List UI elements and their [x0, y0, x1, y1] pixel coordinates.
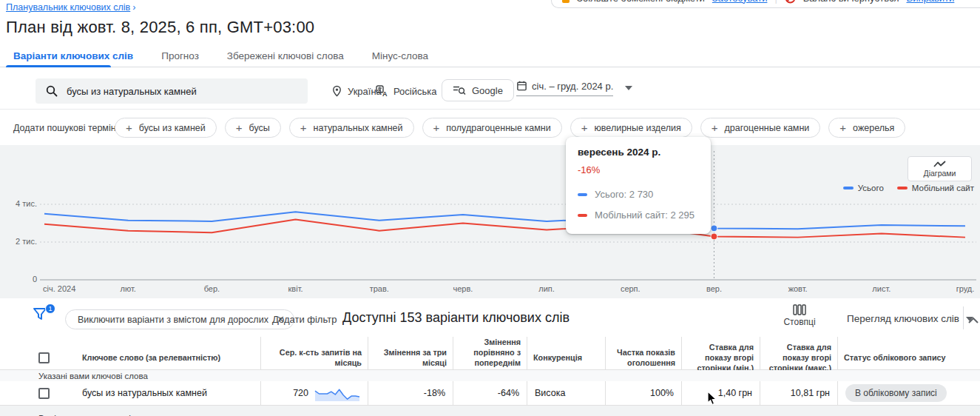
plus-icon: +: [236, 122, 243, 133]
keyword-chip[interactable]: +полудрагоценные камни: [422, 118, 562, 138]
x-axis-label: трав.: [370, 284, 389, 293]
table-header-row: Ключове слово (за релевантністю) Сер. к-…: [0, 337, 980, 370]
ad-share-cell: 100%: [605, 381, 681, 405]
collapse-button[interactable]: [968, 313, 979, 326]
active-tab-underline: [6, 65, 111, 67]
date-range-selector[interactable]: січ. – груд. 2024 р.: [516, 80, 632, 96]
tab-saved-keywords[interactable]: Збережені ключові слова: [220, 50, 351, 61]
tab-negative-keywords[interactable]: Мінус-слова: [365, 50, 436, 61]
date-range-value: січ. – груд. 2024 р.: [532, 81, 613, 92]
competition-cell: Висока: [527, 381, 605, 405]
filter-funnel[interactable]: 1: [33, 307, 50, 325]
adult-filter-chip[interactable]: Виключити варіанти з вмістом для доросли…: [65, 309, 294, 329]
table-section-row: Указані вами ключові слова: [0, 370, 980, 381]
tooltip-swatch: [578, 193, 587, 196]
keyword-chip-label: драгоценные камни: [725, 123, 810, 133]
breadcrumb-arrow: ›: [132, 2, 135, 13]
x-axis-label: груд.: [956, 284, 975, 293]
legend-item[interactable]: Мобільний сайт: [897, 184, 974, 192]
notification-text: Збільште обмежені бюджети: [577, 0, 705, 4]
tab-bar: Варіанти ключових слів Прогноз Збережені…: [6, 44, 449, 67]
keyword-chip[interactable]: +натуральных камней: [289, 118, 414, 138]
chevron-up-icon: [968, 318, 979, 323]
apply-link[interactable]: Застосувати: [712, 0, 768, 4]
keyword-planner-screen: Збільште обмежені бюджети Застосувати | …: [0, 0, 980, 416]
y-axis-label: 4 тис.: [4, 199, 37, 208]
adult-filter-label: Виключити варіанти з вмістом для доросли…: [78, 315, 268, 325]
line-chart-icon: [933, 161, 946, 168]
columns-label: Стовпці: [783, 317, 815, 327]
toolbar-divider: [963, 306, 964, 329]
budget-alert-icon: [562, 0, 570, 3]
network-value: Google: [472, 85, 503, 96]
trend-chart-section[interactable]: 02 тис.4 тис. січ. 2024лют.бер.квіт.трав…: [0, 145, 980, 298]
legend-swatch: [897, 187, 908, 189]
breadcrumb: Планувальник ключових слів›: [6, 2, 135, 13]
legend-swatch: [843, 187, 854, 189]
svg-text:A: A: [382, 90, 388, 97]
x-axis-label: січ. 2024: [43, 284, 75, 293]
notification-text: Баланс вичерпується: [803, 0, 899, 4]
charts-button[interactable]: Діаграми: [908, 156, 972, 181]
add-filter-button[interactable]: Додати фільтр: [272, 314, 337, 325]
search-icon: [46, 85, 58, 97]
keyword-chips-row: +бусы из камней+бусы+натуральных камней+…: [115, 118, 905, 138]
language-selector[interactable]: A Російська: [376, 81, 436, 101]
avg-searches-cell: 720: [260, 381, 368, 405]
search-network-icon: [453, 84, 466, 96]
network-selector[interactable]: Google: [442, 79, 514, 101]
tooltip-swatch: [578, 214, 587, 217]
tooltip-title: вересень 2024 р.: [578, 147, 699, 158]
select-all-checkbox[interactable]: [38, 352, 50, 363]
plus-icon: +: [839, 122, 846, 133]
tab-keyword-ideas[interactable]: Варіанти ключових слів: [6, 50, 141, 61]
translate-icon: A: [376, 85, 388, 97]
location-pin-icon: [331, 85, 342, 97]
location-selector[interactable]: Україна: [331, 81, 382, 101]
bid-low-cell: 1,40 грн: [681, 381, 760, 405]
columns-button[interactable]: Стовпці: [779, 304, 820, 327]
plus-icon: +: [433, 122, 440, 133]
keyword-cell: бусы из натуральных камней: [0, 381, 260, 405]
legend-label: Мобільний сайт: [912, 184, 974, 192]
available-count: Доступні 153 варіанти ключових слів: [342, 310, 570, 326]
keywords-table-card: 1 Виключити варіанти з вмістом для дорос…: [0, 298, 980, 416]
search-input[interactable]: бусы из натуральных камней: [36, 78, 308, 104]
tabs-divider: [0, 67, 980, 67]
x-axis-label: лют.: [121, 284, 136, 293]
keyword-chip-label: бусы из камней: [139, 123, 206, 133]
x-axis-label: вер.: [706, 284, 722, 293]
breadcrumb-link[interactable]: Планувальник ключових слів: [6, 2, 130, 13]
add-terms-label: Додати пошукові терміни:: [13, 123, 124, 133]
keyword-chip[interactable]: +ювелирные изделия: [570, 118, 692, 138]
calendar-icon: [516, 80, 527, 92]
mouse-cursor: [707, 391, 717, 406]
y-axis-label: 2 тис.: [4, 237, 37, 246]
x-axis-label: лист.: [872, 284, 891, 293]
keyword-chip-label: полудрагоценные камни: [446, 123, 550, 133]
tab-forecast[interactable]: Прогноз: [154, 50, 206, 61]
row-checkbox[interactable]: [38, 388, 50, 399]
chart-legend: УсьогоМобільний сайт: [843, 184, 974, 192]
keyword-chip[interactable]: +драгоценные камни: [700, 118, 821, 138]
keyword-text: бусы из натуральных камней: [82, 388, 207, 398]
keyword-chip-label: бусы: [249, 123, 270, 133]
tooltip-items: Усього: 2 730Мобільний сайт: 2 295: [578, 189, 699, 221]
fix-link[interactable]: Виправити: [907, 0, 955, 4]
legend-label: Усього: [858, 184, 884, 192]
x-axis-label: квіт.: [288, 284, 303, 293]
x-axis-label: жовт.: [788, 284, 808, 293]
keyword-chip[interactable]: +бусы: [225, 118, 281, 138]
keyword-chip[interactable]: +ожерелья: [828, 118, 905, 138]
keyword-chip[interactable]: +бусы из камней: [115, 118, 217, 138]
language-value: Російська: [393, 86, 436, 97]
avg-searches-value: 720: [293, 388, 308, 398]
trend-line-chart[interactable]: [0, 145, 980, 298]
page-title: План від жовт. 8, 2025, 6 пп, GMT+03:00: [6, 18, 314, 37]
status-badge: В обліковому записі: [845, 384, 947, 402]
legend-item[interactable]: Усього: [843, 184, 884, 192]
plus-icon: +: [300, 122, 307, 133]
plus-icon: +: [126, 122, 132, 133]
table-row[interactable]: бусы из натуральных камней 720 -18% -64%…: [0, 381, 980, 406]
keyword-view-selector[interactable]: Перегляд ключових слів: [847, 313, 973, 324]
